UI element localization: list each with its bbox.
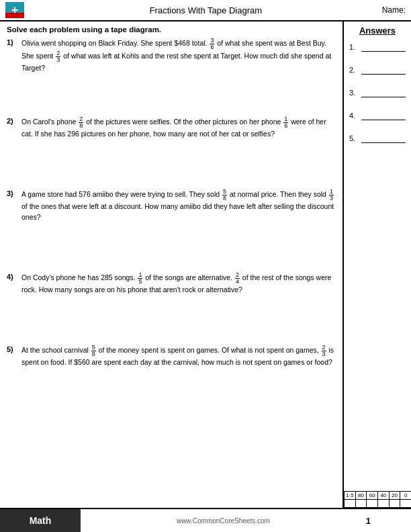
fraction-2-8: 28 [79,116,83,129]
answer-2-num: 2. [349,66,361,74]
fraction-1-6: 16 [283,116,288,129]
main-content: Solve each problem using a tape diagram.… [0,21,411,508]
answer-4-blank[interactable] [361,111,406,120]
footer-math-label: Math [0,509,81,532]
problem-3-text: A game store had 576 amiibo they were tr… [21,189,336,222]
answer-2-blank[interactable] [361,65,406,75]
score-grid: 1-5 80 60 40 20 0 [344,491,411,508]
score-blank-5[interactable] [390,500,401,507]
logo-icon [5,2,24,18]
problem-5-number: 5) [7,345,21,367]
problem-5: 5) At the school carnival 58 of the mone… [7,345,336,367]
footer-website: www.CommonCoreSheets.com [81,517,366,525]
answers-panel: Answers 1. 2. 3. 4. 5. [344,21,411,508]
score-40: 40 [378,492,390,499]
problem-1-workspace [7,76,336,116]
problem-4-workspace [7,298,336,345]
footer: Math www.CommonCoreSheets.com 1 [0,508,411,532]
score-blank-4[interactable] [378,500,390,507]
score-0: 0 [400,492,411,499]
score-20: 20 [390,492,401,499]
fraction-3-6: 36 [210,38,214,50]
problem-4: 4) On Cody's phone he has 285 songs. 15 … [7,272,336,295]
answer-3-blank[interactable] [361,88,406,97]
problem-2: 2) On Carol's phone 28 of the pictures w… [7,116,336,139]
problem-1-number: 1) [7,38,21,73]
answer-1-num: 1. [349,43,361,51]
answer-5-blank[interactable] [361,134,406,143]
problem-2-workspace [7,142,336,189]
score-blank-3[interactable] [367,500,378,507]
problem-1: 1) Olivia went shopping on Black Friday.… [7,38,336,73]
problem-2-number: 2) [7,116,21,139]
answer-3-line: 3. [349,88,406,97]
instructions: Solve each problem using a tape diagram. [7,26,336,34]
answer-3-num: 3. [349,89,361,97]
fraction-1-5: 15 [138,272,142,285]
fraction-1-3: 13 [329,189,334,202]
score-blank-2[interactable] [356,500,367,507]
score-60: 60 [367,492,378,499]
answer-2-line: 2. [349,65,406,75]
logo-red-bar [5,13,24,18]
fraction-2-3-b: 23 [322,345,326,357]
answer-1-line: 1. [349,42,406,52]
problem-2-text: On Carol's phone 28 of the pictures were… [21,116,336,139]
footer-page-number: 1 [366,516,371,526]
problem-4-number: 4) [7,272,21,295]
answer-1-blank[interactable] [361,42,406,52]
fraction-2-4: 24 [235,272,240,285]
answer-5-line: 5. [349,134,406,143]
answers-title: Answers [349,26,406,36]
score-row-1: 1-5 80 60 40 20 0 [345,492,411,500]
problem-5-text: At the school carnival 58 of the money s… [21,345,336,367]
score-blank-1[interactable] [345,500,356,507]
fraction-2-3: 23 [56,50,60,63]
score-label-1-5: 1-5 [345,492,356,499]
worksheet: Solve each problem using a tape diagram.… [0,21,344,508]
header-name-label: Name: [382,5,406,15]
score-80: 80 [356,492,367,499]
problem-4-text: On Cody's phone he has 285 songs. 15 of … [21,272,336,295]
problem-3: 3) A game store had 576 amiibo they were… [7,189,336,222]
answer-5-num: 5. [349,134,361,142]
answer-4-num: 4. [349,112,361,120]
fraction-5-8: 58 [222,189,227,202]
fraction-5-8-b: 58 [91,345,96,357]
problem-3-workspace [7,225,336,272]
answer-4-line: 4. [349,111,406,120]
header: Fractions With Tape Diagram Name: [0,0,411,21]
problem-1-text: Olivia went shopping on Black Friday. Sh… [21,38,336,73]
problem-3-number: 3) [7,189,21,222]
header-title: Fractions With Tape Diagram [30,5,382,15]
score-row-2 [345,500,411,508]
score-blank-6[interactable] [400,500,411,507]
